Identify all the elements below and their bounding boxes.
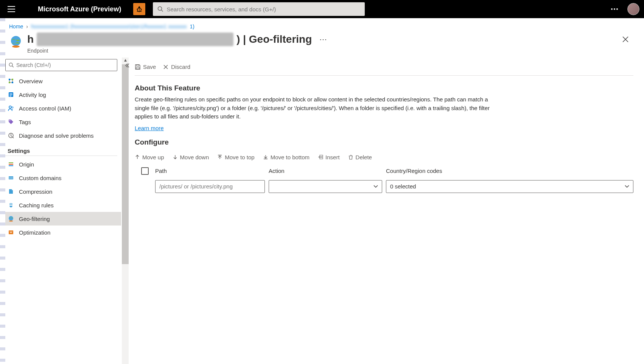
origin-icon	[8, 161, 14, 168]
topbar-more-icon[interactable]	[608, 5, 621, 13]
search-icon	[157, 6, 163, 12]
sidebar-item-caching-rules[interactable]: Caching rules	[5, 198, 121, 212]
global-search-input[interactable]	[166, 6, 360, 12]
country-value: 0 selected	[390, 183, 416, 190]
arrow-down-icon	[173, 154, 178, 160]
path-input[interactable]	[159, 183, 261, 190]
collapse-sidebar-icon[interactable]	[124, 63, 129, 68]
user-avatar[interactable]	[627, 3, 639, 15]
bug-icon[interactable]	[133, 3, 145, 15]
delete-icon	[348, 154, 353, 160]
sidebar-item-tags[interactable]: Tags	[5, 115, 121, 129]
sidebar-item-overview[interactable]: Overview	[5, 74, 121, 88]
svg-rect-8	[9, 79, 10, 80]
sidebar-item-label: Access control (IAM)	[19, 105, 71, 112]
svg-point-5	[11, 36, 21, 46]
geo-icon	[8, 215, 14, 222]
sidebar-item-label: Activity log	[19, 92, 46, 98]
svg-rect-31	[320, 157, 323, 159]
svg-point-16	[9, 106, 11, 108]
arrow-top-icon	[217, 154, 222, 160]
configure-heading: Configure	[135, 138, 633, 146]
action-select[interactable]	[269, 180, 382, 193]
sidebar-item-access-control[interactable]: Access control (IAM)	[5, 101, 121, 115]
hamburger-menu-icon[interactable]	[5, 3, 18, 15]
optimization-icon	[8, 229, 14, 236]
svg-rect-11	[12, 82, 13, 83]
svg-rect-21	[9, 164, 13, 165]
svg-rect-29	[136, 67, 139, 69]
discard-icon	[163, 64, 169, 70]
sidebar-item-label: Geo-filtering	[19, 216, 50, 222]
sidebar-item-label: Compression	[19, 188, 52, 195]
sidebar-item-optimization[interactable]: Optimization	[5, 226, 121, 239]
page-more-icon[interactable]: ⋯	[319, 35, 328, 44]
tags-icon	[8, 118, 14, 125]
page-header: h ) | Geo-filtering ⋯ Endpoint	[0, 31, 644, 58]
breadcrumb-suffix: 1)	[190, 23, 194, 30]
learn-more-link[interactable]: Learn more	[135, 125, 164, 131]
sidebar-item-label: Diagnose and solve problems	[19, 132, 94, 139]
svg-point-18	[9, 120, 10, 121]
sidebar-item-activity-log[interactable]: Activity log	[5, 88, 121, 101]
search-icon	[9, 62, 14, 68]
move-to-bottom-button[interactable]: Move to bottom	[263, 154, 310, 160]
breadcrumb-home[interactable]: Home	[9, 23, 23, 30]
top-bar: Microsoft Azure (Preview)	[0, 0, 644, 18]
svg-rect-14	[9, 95, 12, 95]
sidebar-item-compression[interactable]: Compression	[5, 185, 121, 198]
svg-point-7	[9, 63, 12, 66]
main-content: Save Discard About This Feature Create g…	[121, 58, 644, 364]
chevron-down-icon	[625, 185, 629, 188]
move-to-top-button[interactable]: Move to top	[217, 154, 254, 160]
arrow-bottom-icon	[263, 154, 268, 160]
insert-icon	[318, 154, 323, 160]
breadcrumb: Home › hxxxxxxxxxxxx1 (hxxxxxxxxxxxxxxxx…	[0, 18, 644, 31]
svg-point-17	[12, 107, 13, 108]
save-label: Save	[143, 64, 156, 70]
sidebar-item-label: Overview	[19, 78, 43, 84]
iam-icon	[8, 105, 14, 112]
chevron-down-icon	[373, 185, 378, 188]
move-down-button[interactable]: Move down	[173, 154, 209, 160]
delete-button[interactable]: Delete	[348, 154, 372, 160]
caching-icon	[8, 202, 14, 208]
save-button[interactable]: Save	[135, 64, 156, 70]
discard-label: Discard	[171, 64, 190, 70]
brand-title: Microsoft Azure (Preview)	[38, 5, 121, 13]
domains-icon: www	[8, 174, 14, 181]
svg-point-26	[9, 221, 13, 222]
column-path: Path	[155, 168, 269, 174]
global-search[interactable]	[153, 2, 365, 16]
sidebar-search[interactable]	[5, 59, 117, 71]
path-input-wrapper[interactable]	[155, 180, 265, 193]
column-country: Country/Region codes	[386, 168, 633, 174]
sidebar-item-geo-filtering[interactable]: Geo-filtering	[5, 212, 121, 226]
sidebar-item-label: Custom domains	[19, 175, 62, 181]
sidebar-section-settings: Settings	[5, 142, 117, 156]
sidebar-item-diagnose[interactable]: Diagnose and solve problems	[5, 129, 121, 142]
diagnose-icon	[8, 132, 14, 139]
sidebar-search-input[interactable]	[16, 62, 114, 68]
insert-button[interactable]: Insert	[318, 154, 340, 160]
about-heading: About This Feature	[135, 84, 633, 92]
svg-point-2	[611, 8, 613, 10]
sidebar-item-origin[interactable]: Origin	[5, 157, 121, 171]
move-up-button[interactable]: Move up	[135, 154, 164, 160]
country-select[interactable]: 0 selected	[386, 180, 633, 193]
page-subtitle: Endpoint	[27, 48, 635, 54]
sidebar-item-label: Caching rules	[19, 202, 54, 208]
sidebar-item-label: Tags	[19, 119, 31, 125]
about-text: Create geo-filtering rules on specific p…	[135, 95, 498, 121]
sidebar-item-custom-domains[interactable]: www Custom domains	[5, 171, 121, 185]
discard-button[interactable]: Discard	[163, 64, 190, 70]
svg-rect-20	[9, 162, 13, 163]
svg-rect-30	[320, 155, 323, 157]
page-title-redacted	[37, 33, 233, 46]
table-row: 0 selected	[135, 178, 633, 195]
select-all-checkbox[interactable]	[141, 167, 149, 175]
sidebar: Overview Activity log Access control (IA…	[0, 58, 121, 364]
close-icon[interactable]	[619, 34, 632, 44]
breadcrumb-item-redacted[interactable]: hxxxxxxxxxxxx1 (hxxxxxxxxxxxxxxxxxxxxriz…	[31, 23, 187, 30]
page-title-prefix: h	[27, 33, 34, 45]
